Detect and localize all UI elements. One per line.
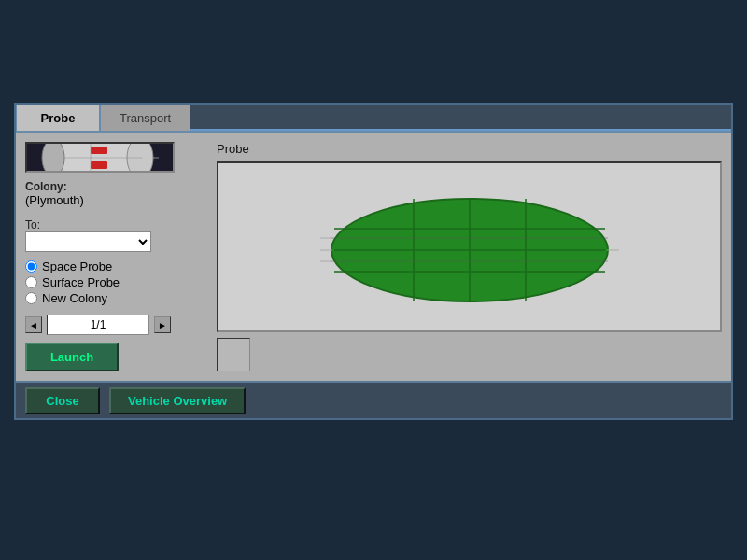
to-section: To: — [25, 218, 207, 252]
to-label: To: — [25, 218, 207, 231]
radio-surface-probe[interactable]: Surface Probe — [25, 275, 207, 289]
probe-vehicle-graphic — [39, 142, 161, 173]
tab-bar: Probe Transport — [16, 105, 731, 133]
left-panel: Colony: (Plymouth) To: Space Probe Surfa… — [25, 142, 207, 371]
probe-view — [217, 161, 722, 332]
probe-type-radio-group: Space Probe Surface Probe New Colony — [25, 259, 207, 305]
mini-box-row — [217, 338, 722, 371]
colony-name: (Plymouth) — [25, 193, 207, 207]
radio-surface-probe-input[interactable] — [25, 276, 37, 288]
svg-rect-3 — [91, 161, 107, 169]
radio-new-colony-input[interactable] — [25, 292, 37, 304]
nav-next-button[interactable]: ► — [154, 316, 171, 333]
colony-section: Colony: (Plymouth) — [25, 180, 207, 211]
bottom-bar: Close Vehicle Overview — [16, 381, 731, 418]
tab-transport[interactable]: Transport — [100, 105, 190, 131]
destination-select[interactable] — [25, 231, 151, 252]
mini-box-1 — [217, 338, 250, 371]
svg-point-6 — [42, 142, 64, 173]
nav-prev-button[interactable]: ◄ — [25, 316, 42, 333]
planet-graphic — [320, 187, 619, 308]
navigator-row: ◄ ► — [25, 315, 207, 335]
nav-counter[interactable] — [47, 315, 149, 335]
probe-section-title: Probe — [217, 142, 722, 156]
tab-filler — [190, 105, 731, 131]
main-window: Probe Transport — [14, 103, 733, 420]
probe-image — [25, 142, 175, 173]
radio-space-probe[interactable]: Space Probe — [25, 259, 207, 273]
vehicle-overview-button[interactable]: Vehicle Overview — [109, 387, 246, 414]
radio-new-colony[interactable]: New Colony — [25, 291, 207, 305]
launch-button[interactable]: Launch — [25, 343, 119, 371]
right-panel: Probe — [217, 142, 722, 371]
radio-space-probe-input[interactable] — [25, 260, 37, 273]
main-content: Colony: (Plymouth) To: Space Probe Surfa… — [16, 133, 731, 381]
close-button[interactable]: Close — [25, 387, 100, 414]
dropdown-row — [25, 231, 207, 252]
tab-probe[interactable]: Probe — [16, 105, 100, 131]
colony-label: Colony: — [25, 180, 207, 193]
svg-rect-2 — [91, 147, 107, 154]
